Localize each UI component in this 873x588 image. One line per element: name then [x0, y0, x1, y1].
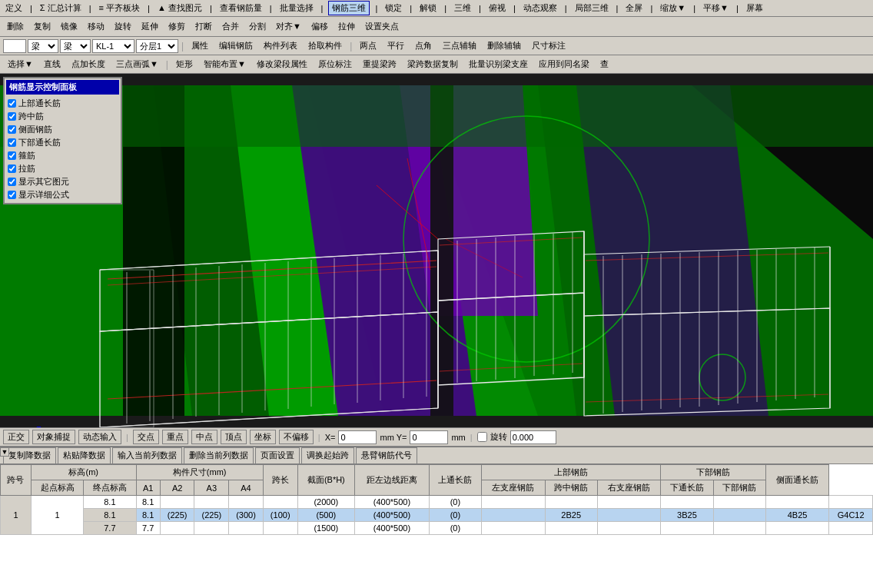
- parallel-btn[interactable]: 平行: [383, 38, 409, 53]
- delete-aux-btn[interactable]: 删除辅轴: [483, 38, 526, 53]
- member-type-select[interactable]: 梁: [28, 39, 58, 53]
- copy-btn[interactable]: 复制: [30, 18, 55, 35]
- bot-continuous-item[interactable]: 下部通长筋: [6, 136, 119, 149]
- smart-layout-btn[interactable]: 智能布置▼: [199, 57, 251, 71]
- tie-steel-item[interactable]: 拉筋: [6, 162, 119, 175]
- menu-batch-select[interactable]: 批量选择: [277, 2, 316, 14]
- data-grid[interactable]: 跨号 标高(m) 构件尺寸(mm) 跨长 截面(B*H) 距左边线距离 上通长筋…: [0, 464, 873, 588]
- page-setup-btn[interactable]: 页面设置: [255, 447, 300, 464]
- data-close-btn[interactable]: ▼: [0, 447, 9, 457]
- intersection-btn[interactable]: 交点: [133, 430, 159, 444]
- modify-segment-btn[interactable]: 修改梁段属性: [252, 57, 312, 71]
- paste-data-btn[interactable]: 粘贴降数据: [58, 447, 111, 464]
- rotate-checkbox[interactable]: [477, 432, 487, 442]
- menu-steel-3d[interactable]: 钢筋三维: [328, 1, 370, 15]
- break-btn[interactable]: 打断: [191, 18, 216, 35]
- menu-local-3d[interactable]: 局部三维: [573, 2, 611, 14]
- coord-btn[interactable]: 坐标: [250, 430, 276, 444]
- show-formula-item[interactable]: 显示详细公式: [6, 188, 119, 201]
- offset-btn[interactable]: 偏移: [307, 18, 332, 35]
- vertex-btn[interactable]: 顶点: [221, 430, 247, 444]
- table-row[interactable]: 7.7 7.7 (1500) (400*500) (0): [1, 522, 873, 535]
- menu-lock[interactable]: 锁定: [383, 2, 404, 14]
- endpoint-btn[interactable]: 重点: [162, 430, 188, 444]
- member-id-select[interactable]: KL-1: [92, 39, 134, 53]
- tie-steel-checkbox[interactable]: [8, 164, 16, 173]
- dynamic-input-btn[interactable]: 动态输入: [78, 430, 121, 444]
- swap-start-btn[interactable]: 调换起始跨: [301, 447, 354, 464]
- y-input[interactable]: [410, 430, 448, 444]
- x-input[interactable]: [338, 430, 377, 444]
- midpoint-btn[interactable]: 中点: [191, 430, 217, 444]
- grip-btn[interactable]: 设置夹点: [361, 18, 403, 35]
- apply-same-name-btn[interactable]: 应用到同名梁: [534, 57, 594, 71]
- menu-view-steel[interactable]: 查看钢筋量: [217, 2, 264, 14]
- batch-identify-support-btn[interactable]: 批量识别梁支座: [464, 57, 533, 71]
- in-place-annotation-btn[interactable]: 原位标注: [314, 57, 357, 71]
- bot-continuous-checkbox[interactable]: [8, 138, 16, 147]
- property-btn[interactable]: 属性: [187, 38, 213, 53]
- table-row[interactable]: 8.1 8.1 (225) (225) (300) (100) (500) (4…: [1, 509, 873, 522]
- layer-number-input[interactable]: 2: [3, 39, 26, 53]
- level-select[interactable]: 分层1: [136, 39, 178, 53]
- menu-find-element[interactable]: ▲ 查找图元: [155, 2, 204, 14]
- two-point-btn[interactable]: 两点: [355, 38, 381, 53]
- mid-span-item[interactable]: 跨中筋: [6, 110, 119, 123]
- trim-btn[interactable]: 修剪: [164, 18, 189, 35]
- cantilever-code-btn[interactable]: 悬臂钢筋代号: [356, 447, 417, 464]
- extend-btn[interactable]: 延伸: [138, 18, 162, 35]
- menu-define[interactable]: 定义: [3, 2, 25, 14]
- menu-3d[interactable]: 三维: [452, 2, 473, 14]
- top-continuous-item[interactable]: 上部通长筋: [6, 97, 119, 110]
- viewport-3d[interactable]: 钢筋显示控制面板 上部通长筋 跨中筋 侧面钢筋 下部通长筋 箍筋: [0, 74, 873, 427]
- stirrup-checkbox[interactable]: [8, 151, 16, 160]
- delete-col-btn[interactable]: 删除当前列数据: [184, 447, 254, 464]
- move-btn[interactable]: 移动: [84, 18, 108, 35]
- show-other-checkbox[interactable]: [8, 178, 16, 186]
- copy-data-btn[interactable]: 复制降数据: [3, 447, 56, 464]
- no-offset-btn[interactable]: 不偏移: [279, 430, 314, 444]
- side-steel-checkbox[interactable]: [8, 125, 16, 134]
- input-col-btn[interactable]: 输入当前列数据: [112, 447, 182, 464]
- merge-btn[interactable]: 合并: [218, 18, 243, 35]
- menu-screen[interactable]: 屏幕: [744, 2, 765, 14]
- menu-unlock[interactable]: 解锁: [417, 2, 439, 14]
- snap-btn[interactable]: 对象捕捉: [32, 430, 75, 444]
- member-subtype-select[interactable]: 梁: [60, 39, 91, 53]
- select-btn[interactable]: 选择▼: [3, 57, 38, 71]
- edit-steel-btn[interactable]: 编辑钢筋: [214, 38, 257, 53]
- show-formula-checkbox[interactable]: [8, 191, 16, 199]
- table-row[interactable]: 1 1 8.1 8.1 (2000) (400*500) (0): [1, 496, 873, 509]
- menu-dynamic-observe[interactable]: 动态观察: [521, 2, 559, 14]
- stirrup-item[interactable]: 箍筋: [6, 149, 119, 162]
- rect-btn[interactable]: 矩形: [171, 57, 198, 71]
- show-other-item[interactable]: 显示其它图元: [6, 175, 119, 188]
- check-btn[interactable]: 查: [596, 57, 613, 71]
- mirror-btn[interactable]: 镜像: [57, 18, 81, 35]
- dimension-btn[interactable]: 尺寸标注: [527, 38, 570, 53]
- top-continuous-checkbox[interactable]: [8, 99, 16, 108]
- menu-fullscreen[interactable]: 全屏: [623, 2, 645, 14]
- three-point-aux-btn[interactable]: 三点辅轴: [438, 38, 481, 53]
- mid-span-checkbox[interactable]: [8, 112, 16, 121]
- stretch-btn[interactable]: 拉伸: [334, 18, 359, 35]
- menu-zoom[interactable]: 缩放▼: [658, 2, 688, 14]
- side-steel-item[interactable]: 侧面钢筋: [6, 123, 119, 136]
- ortho-btn[interactable]: 正交: [3, 430, 29, 444]
- menu-top-view[interactable]: 俯视: [486, 2, 508, 14]
- menu-align-slab[interactable]: ≡ 平齐板块: [97, 2, 142, 14]
- align-btn[interactable]: 对齐▼: [272, 18, 305, 35]
- re-extract-span-btn[interactable]: 重提梁跨: [358, 57, 401, 71]
- copy-span-data-btn[interactable]: 梁跨数据复制: [403, 57, 463, 71]
- rotate-input[interactable]: [510, 430, 556, 444]
- menu-pan[interactable]: 平移▼: [701, 2, 731, 14]
- pick-member-btn[interactable]: 拾取构件: [304, 38, 347, 53]
- point-angle-btn[interactable]: 点角: [410, 38, 436, 53]
- rotate-btn[interactable]: 旋转: [111, 18, 135, 35]
- split-btn[interactable]: 分割: [245, 18, 270, 35]
- line-btn[interactable]: 直线: [39, 57, 65, 71]
- arc-btn[interactable]: 三点画弧▼: [111, 57, 163, 71]
- member-list-btn[interactable]: 构件列表: [259, 38, 302, 53]
- menu-summary[interactable]: Σ 汇总计算: [38, 2, 84, 14]
- delete-btn[interactable]: 删除: [3, 18, 28, 35]
